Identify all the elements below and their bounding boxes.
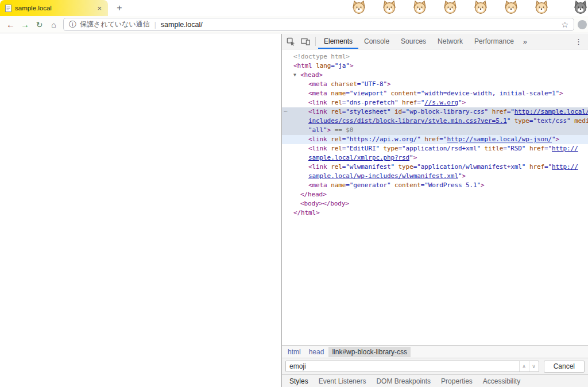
- breadcrumb-item[interactable]: link#wp-block-library-css: [328, 347, 411, 357]
- page-content: [0, 34, 281, 387]
- code-token: ="text/css": [529, 117, 571, 125]
- sidebar-tab[interactable]: Styles: [284, 376, 314, 387]
- dom-tree-line[interactable]: <link rel="wlwmanifest" type="applicatio…: [282, 162, 588, 172]
- code-token: <body>: [300, 200, 323, 207]
- code-token: ="ja": [331, 62, 350, 69]
- code-token: ="application/rsd+xml": [399, 145, 481, 152]
- attribute-link[interactable]: http://: [552, 145, 578, 152]
- theme-dog-icon: [572, 0, 588, 14]
- bookmark-star-icon[interactable]: ☆: [561, 20, 568, 29]
- code-token: ="wlwmanifest": [342, 163, 394, 171]
- devtools-tab[interactable]: Elements: [318, 34, 358, 49]
- code-token: type: [510, 117, 529, 125]
- back-button[interactable]: ←: [3, 20, 18, 29]
- dom-tree-line[interactable]: </head>: [282, 190, 588, 199]
- theme-dog-icon: [502, 0, 520, 14]
- attribute-link[interactable]: http://: [552, 163, 578, 171]
- dom-tree-line[interactable]: …<link rel="stylesheet" id="wp-block-lib…: [282, 107, 588, 117]
- theme-dog-icon: [472, 0, 489, 14]
- more-tabs-icon[interactable]: »: [520, 37, 531, 46]
- code-token: <meta: [308, 80, 327, 88]
- browser-tab[interactable]: sample.local ×: [0, 0, 108, 16]
- dom-tree-line[interactable]: <link rel="EditURI" type="application/rs…: [282, 144, 588, 153]
- device-toolbar-icon[interactable]: [298, 37, 313, 45]
- code-token: type: [380, 145, 399, 152]
- dom-tree-line[interactable]: <meta name="generator" content="WordPres…: [282, 181, 588, 190]
- forward-button[interactable]: →: [18, 20, 32, 29]
- sidebar-tab[interactable]: DOM Breakpoints: [371, 376, 436, 387]
- browser-profile-icon[interactable]: [578, 20, 587, 29]
- dom-tree-line[interactable]: <meta name="viewport" content="width=dev…: [282, 89, 588, 98]
- code-token: name: [327, 181, 346, 189]
- dom-tree-line[interactable]: sample.local/xmlrpc.php?rsd">: [282, 153, 588, 162]
- theme-dog-icon: [411, 0, 428, 14]
- previous-match-icon[interactable]: ∧: [519, 361, 529, 371]
- url-separator: |: [154, 21, 156, 29]
- sidebar-tab[interactable]: Event Listeners: [314, 376, 372, 387]
- dom-tree: <!doctype html><html lang="ja">▼<head><m…: [282, 49, 588, 345]
- reload-button[interactable]: ↻: [32, 21, 47, 29]
- devtools-tab[interactable]: Sources: [395, 34, 432, 49]
- dom-tree-line[interactable]: <link rel="https://api.w.org/" href="htt…: [282, 135, 588, 144]
- code-token: <link: [308, 99, 327, 106]
- code-token: rel: [327, 136, 342, 143]
- attribute-link[interactable]: //s.w.org: [424, 99, 458, 106]
- dom-tree-line[interactable]: ▼<head>: [282, 71, 588, 80]
- theme-dog-icon: [381, 0, 398, 14]
- code-token: =": [507, 108, 514, 115]
- new-tab-button[interactable]: +: [113, 2, 126, 14]
- code-token: ="dns-prefetch": [342, 99, 399, 106]
- code-token: id: [391, 108, 403, 115]
- dom-tree-line[interactable]: sample.local/wp-includes/wlwmanifest.xml…: [282, 172, 588, 181]
- sidebar-tabs: StylesEvent ListenersDOM BreakpointsProp…: [282, 374, 588, 387]
- info-icon[interactable]: ⓘ: [69, 20, 76, 30]
- attribute-link[interactable]: sample.local/wp-includes/wlwmanifest.xml: [308, 172, 458, 180]
- code-token: type: [394, 163, 413, 171]
- code-token: <html: [293, 62, 312, 69]
- devtools-tab[interactable]: Console: [358, 34, 395, 49]
- tab-close-icon[interactable]: ×: [96, 5, 103, 12]
- cancel-button[interactable]: Cancel: [544, 361, 585, 373]
- url-text[interactable]: sample.local/: [161, 21, 562, 29]
- dom-tree-line[interactable]: <!doctype html>: [282, 52, 588, 61]
- code-token: href: [525, 163, 544, 171]
- address-bar[interactable]: ⓘ 保護されていない通信 | sample.local/ ☆: [63, 18, 574, 31]
- code-token: <link: [308, 163, 327, 171]
- dom-tree-line[interactable]: </html>: [282, 208, 588, 218]
- devtools-toolbar: ElementsConsoleSourcesNetworkPerformance…: [282, 34, 588, 49]
- node-menu-icon[interactable]: …: [284, 107, 288, 115]
- dom-tree-line[interactable]: includes/css/dist/block-library/style.mi…: [282, 117, 588, 126]
- dom-tree-line[interactable]: <meta charset="UTF-8">: [282, 80, 588, 89]
- code-token: >: [387, 80, 391, 88]
- inspect-icon[interactable]: [283, 37, 298, 46]
- theme-dog-icon: [442, 0, 459, 14]
- code-token: =": [439, 136, 447, 143]
- theme-dog-icon: [350, 0, 368, 14]
- attribute-link[interactable]: http://sample.local/wp-json/: [447, 136, 552, 143]
- devtools-tab[interactable]: Performance: [469, 34, 520, 49]
- dom-tree-line[interactable]: "all"> == $0: [282, 126, 588, 135]
- code-token: href: [421, 136, 440, 143]
- search-input[interactable]: [286, 361, 519, 371]
- sidebar-tab[interactable]: Properties: [436, 376, 478, 387]
- dom-tree-line[interactable]: <link rel="dns-prefetch" href="//s.w.org…: [282, 98, 588, 107]
- sidebar-tab[interactable]: Accessibility: [478, 376, 525, 387]
- dom-tree-line[interactable]: <body></body>: [282, 199, 588, 208]
- breadcrumb-item[interactable]: html: [284, 347, 304, 357]
- dom-tree-line[interactable]: <html lang="ja">: [282, 61, 588, 71]
- attribute-link[interactable]: sample.local/xmlrpc.php?rsd: [308, 154, 409, 161]
- code-token: >: [462, 99, 466, 106]
- code-token: <link: [308, 136, 327, 143]
- home-button[interactable]: ⌂: [47, 21, 61, 29]
- devtools-panel: ElementsConsoleSourcesNetworkPerformance…: [281, 34, 588, 387]
- expand-arrow-icon[interactable]: ▼: [293, 71, 296, 80]
- attribute-link[interactable]: includes/css/dist/block-library/style.mi…: [308, 117, 507, 125]
- devtools-tab[interactable]: Network: [432, 34, 469, 49]
- code-token: <!doctype html>: [293, 53, 350, 60]
- next-match-icon[interactable]: ∨: [529, 361, 539, 371]
- code-token: </html>: [293, 209, 320, 216]
- breadcrumb-item[interactable]: head: [305, 347, 328, 357]
- search-box: ∧ ∨: [285, 361, 539, 372]
- devtools-menu-icon[interactable]: ⋮: [570, 37, 587, 46]
- attribute-link[interactable]: http://sample.local/wp-: [514, 108, 588, 115]
